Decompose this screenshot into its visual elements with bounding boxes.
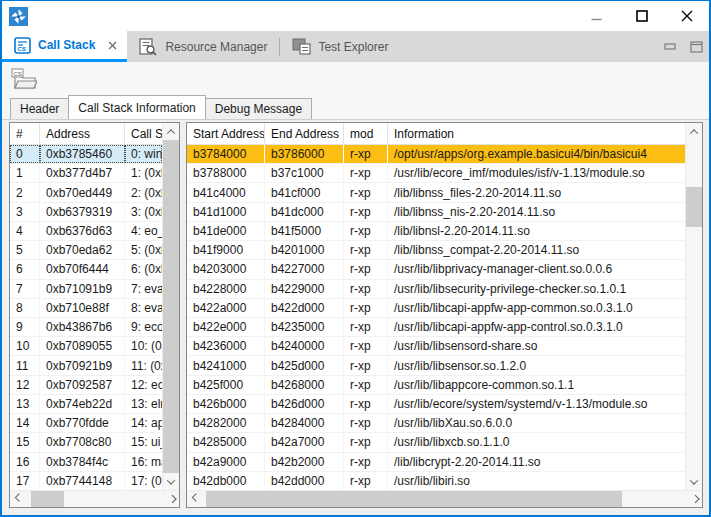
open-callstack-file-button[interactable]: CS (9, 66, 39, 92)
table-row[interactable]: b41f9000b4201000r-xp/lib/libnss_compat-2… (187, 241, 685, 260)
subtab-header[interactable]: Header (10, 98, 69, 119)
table-row[interactable]: b41d1000b41dc000r-xp/lib/libnss_nis-2.20… (187, 203, 685, 222)
table-row[interactable]: 170xb774414817: (0x (10, 472, 162, 490)
scroll-right-button[interactable] (162, 491, 179, 507)
scrollbar-thumb[interactable] (31, 491, 64, 507)
column-header[interactable]: Start Address (187, 123, 265, 145)
column-header[interactable]: Information (388, 123, 685, 145)
table-cell: 0xb3784f4c (40, 453, 125, 471)
scroll-right-button[interactable] (685, 491, 702, 507)
scroll-down-button[interactable] (686, 473, 702, 490)
horizontal-scrollbar[interactable] (187, 490, 702, 507)
column-header[interactable]: End Address (265, 123, 344, 145)
tab-close-icon[interactable] (108, 41, 117, 50)
table-cell: b42a9000 (187, 453, 265, 471)
table-cell: 0xb71091b9 (40, 280, 125, 298)
table-row[interactable]: 130xb74eb22d13: elm (10, 395, 162, 414)
table-row[interactable]: 160xb3784f4c16: ma (10, 453, 162, 472)
table-cell: 10 (10, 337, 40, 355)
table-row[interactable]: 70xb71091b97: evas (10, 280, 162, 299)
scrollbar-thumb[interactable] (686, 187, 702, 227)
table-row[interactable]: 30xb63793193: (0xb (10, 203, 162, 222)
table-row[interactable]: 110xb70921b911: (0x (10, 356, 162, 375)
table-row[interactable]: b4236000b4240000r-xp/usr/lib/libsensord-… (187, 337, 685, 356)
table-cell: b4285000 (187, 433, 265, 451)
table-row[interactable]: b422e000b4235000r-xp/usr/lib/libcapi-app… (187, 318, 685, 337)
scroll-left-button[interactable] (10, 491, 27, 507)
scroll-up-button[interactable] (686, 123, 702, 140)
table-cell: 4: eo_e (125, 222, 162, 240)
table-row[interactable]: 150xb7708c8015: ui_ (10, 433, 162, 452)
scrollbar-track[interactable] (204, 491, 685, 507)
minimize-button[interactable] (574, 1, 619, 31)
table-cell: r-xp (344, 183, 388, 201)
scroll-left-button[interactable] (187, 491, 204, 507)
table-row[interactable]: 20xb70ed4492: (0xb (10, 183, 162, 202)
table-cell: 17 (10, 472, 40, 490)
maximize-button[interactable] (619, 1, 664, 31)
scrollbar-track[interactable] (686, 140, 702, 473)
tab-call-stack[interactable]: CS Call Stack (2, 31, 127, 62)
table-cell: /lib/libnss_files-2.20-2014.11.so (388, 183, 685, 201)
column-header[interactable]: Call Stack (125, 123, 162, 145)
vertical-scrollbar[interactable] (162, 123, 179, 490)
table-row[interactable]: 00xb37854600: win (10, 145, 162, 164)
horizontal-scrollbar[interactable] (10, 490, 179, 507)
title-bar[interactable] (2, 1, 709, 31)
table-row[interactable]: 90xb43867b69: ecor (10, 318, 162, 337)
table-row[interactable]: 50xb70eda625: (0xb (10, 241, 162, 260)
table-row[interactable]: b41de000b41f5000r-xp/lib/libnsl-2.20-201… (187, 222, 685, 241)
table-row[interactable]: b422a000b422d000r-xp/usr/lib/libcapi-app… (187, 299, 685, 318)
column-header[interactable]: Address (40, 123, 125, 145)
scroll-up-button[interactable] (163, 123, 179, 140)
tab-test-explorer[interactable]: Test Explorer (280, 31, 400, 62)
table-row[interactable]: 80xb710e88f8: evas (10, 299, 162, 318)
table-cell: r-xp (344, 414, 388, 432)
scrollbar-thumb[interactable] (163, 140, 179, 473)
scroll-down-button[interactable] (163, 473, 179, 490)
column-header[interactable]: mod (344, 123, 388, 145)
table-row[interactable]: b4285000b42a7000r-xp/usr/lib/libxcb.so.1… (187, 433, 685, 452)
table-cell: 5 (10, 241, 40, 259)
close-button[interactable] (664, 1, 709, 31)
table-cell: r-xp (344, 433, 388, 451)
table-row[interactable]: b4241000b425d000r-xp/usr/lib/libsensor.s… (187, 356, 685, 375)
chevron-left-icon (191, 493, 199, 501)
table-row[interactable]: b3784000b3786000r-xp/opt/usr/apps/org.ex… (187, 145, 685, 164)
column-header[interactable]: # (10, 123, 40, 145)
table-cell: 0xb377d4b7 (40, 164, 125, 182)
table-row[interactable]: b42db000b42dd000r-xp/usr/lib/libiri.so (187, 472, 685, 490)
table-row[interactable]: b42a9000b42b2000r-xp/lib/libcrypt-2.20-2… (187, 453, 685, 472)
table-body: b3784000b3786000r-xp/opt/usr/apps/org.ex… (187, 145, 685, 490)
table-row[interactable]: b4282000b4284000r-xp/usr/lib/libXau.so.6… (187, 414, 685, 433)
table-cell: 6 (10, 260, 40, 278)
table-row[interactable]: 40xb6376d634: eo_e (10, 222, 162, 241)
table-cell: /usr/lib/libiri.so (388, 472, 685, 490)
table-row[interactable]: 120xb709258712: eco (10, 376, 162, 395)
collapse-panel-button[interactable] (657, 31, 683, 62)
table-row[interactable]: b41c4000b41cf000r-xp/lib/libnss_files-2.… (187, 183, 685, 202)
subtab-call-stack-information[interactable]: Call Stack Information (68, 95, 205, 119)
table-cell: b4268000 (265, 376, 344, 394)
table-cell: /usr/lib/libcapi-appfw-app-control.so.0.… (388, 318, 685, 336)
panel-window-button[interactable] (683, 31, 709, 62)
table-row[interactable]: b425f000b4268000r-xp/usr/lib/libappcore-… (187, 376, 685, 395)
table-row[interactable]: 140xb770fdde14: ap (10, 414, 162, 433)
scrollbar-track[interactable] (163, 140, 179, 473)
subtab-debug-message[interactable]: Debug Message (205, 98, 312, 119)
table-row[interactable]: 10xb377d4b71: (0xb (10, 164, 162, 183)
table-row[interactable]: b426b000b426d000r-xp/usr/lib/ecore/syste… (187, 395, 685, 414)
table-row[interactable]: b4203000b4227000r-xp/usr/lib/libprivacy-… (187, 260, 685, 279)
table-row[interactable]: b4228000b4229000r-xp/usr/lib/libsecurity… (187, 280, 685, 299)
table-row[interactable]: 100xb708905510: (0x (10, 337, 162, 356)
vertical-scrollbar[interactable] (685, 123, 702, 490)
scrollbar-track[interactable] (27, 491, 162, 507)
table-cell: 7: evas (125, 280, 162, 298)
scrollbar-thumb[interactable] (206, 491, 622, 507)
table-cell: 4 (10, 222, 40, 240)
table-row[interactable]: b3788000b37c1000r-xp/usr/lib/ecore_imf/m… (187, 164, 685, 183)
table-cell: 7 (10, 280, 40, 298)
table-cell: /lib/libnss_compat-2.20-2014.11.so (388, 241, 685, 259)
tab-resource-manager[interactable]: Resource Manager (127, 31, 279, 62)
table-row[interactable]: 60xb70f64446: (0xb (10, 260, 162, 279)
